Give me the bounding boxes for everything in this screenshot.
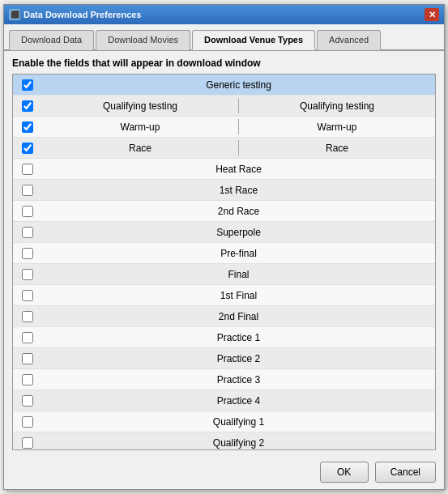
instruction-label: Enable the fields that will appear in do… xyxy=(12,57,436,69)
list-item: RaceRace xyxy=(13,138,435,159)
tab-download-data[interactable]: Download Data xyxy=(9,30,94,50)
row-checkbox-wrap xyxy=(13,79,42,91)
list-item: Qualifying 1 xyxy=(13,411,435,432)
title-bar: ⬛ Data Download Preferences ✕ xyxy=(4,5,444,24)
row-checkbox-wrap xyxy=(13,416,42,428)
list-item: 1st Race xyxy=(13,180,435,201)
row-checkbox-input[interactable] xyxy=(22,395,33,407)
row-checkbox-wrap xyxy=(13,185,42,196)
row-checkbox-wrap xyxy=(13,227,42,238)
row-checkbox-wrap xyxy=(13,437,42,449)
row-checkbox-wrap xyxy=(13,121,42,133)
list-item: 2nd Race xyxy=(13,201,435,222)
button-bar: OK Cancel xyxy=(4,455,444,489)
row-checkbox-wrap xyxy=(13,206,42,217)
row-label: Practice 4 xyxy=(42,395,435,407)
list-item: Superpole xyxy=(13,222,435,243)
list-item: Practice 3 xyxy=(13,369,435,390)
row-label: Qualifying 1 xyxy=(42,416,435,428)
row-label: Practice 3 xyxy=(42,374,435,385)
row-checkbox-input[interactable] xyxy=(22,416,33,428)
row-label: Warm-up xyxy=(42,121,238,133)
list-item: Qualifying testingQualifying testing xyxy=(13,96,435,117)
cancel-button[interactable]: Cancel xyxy=(375,462,436,483)
list-item: Qualifying 2 xyxy=(13,432,435,449)
list-item: Practice 4 xyxy=(13,390,435,411)
list-item: Generic testing xyxy=(13,75,435,96)
row-label: Qualifying 2 xyxy=(42,437,435,449)
row-checkbox-wrap xyxy=(13,374,42,385)
row-label2: Race xyxy=(239,143,435,154)
row-checkbox-wrap xyxy=(13,353,42,364)
row-label: 1st Final xyxy=(42,290,435,301)
row-checkbox-wrap xyxy=(13,311,42,322)
list-item: 1st Final xyxy=(13,285,435,306)
row-label: Pre-final xyxy=(42,248,435,259)
row-checkbox-input[interactable] xyxy=(22,206,33,217)
list-item: Heat Race xyxy=(13,159,435,180)
row-label: Practice 1 xyxy=(42,332,435,343)
row-checkbox-input[interactable] xyxy=(22,100,33,112)
main-window: ⬛ Data Download Preferences ✕ Download D… xyxy=(3,4,445,490)
window-title: Data Download Preferences xyxy=(23,10,142,19)
list-item: Practice 1 xyxy=(13,327,435,348)
content-area: Enable the fields that will appear in do… xyxy=(4,51,444,455)
row-label: Superpole xyxy=(42,227,435,238)
row-checkbox-input[interactable] xyxy=(22,311,33,322)
row-label: 2nd Final xyxy=(42,311,435,322)
row-checkbox-input[interactable] xyxy=(22,437,33,449)
row-checkbox-input[interactable] xyxy=(22,79,33,91)
row-checkbox-input[interactable] xyxy=(22,374,33,385)
row-checkbox-wrap xyxy=(13,290,42,301)
list-item: Pre-final xyxy=(13,243,435,264)
row-checkbox-wrap xyxy=(13,269,42,280)
row-checkbox-input[interactable] xyxy=(22,121,33,133)
row-label: 2nd Race xyxy=(42,206,435,217)
row-label2: Qualifying testing xyxy=(239,100,435,112)
row-label: Qualifying testing xyxy=(42,100,238,112)
ok-button[interactable]: OK xyxy=(320,462,369,483)
row-label: Race xyxy=(42,143,238,154)
row-checkbox-wrap xyxy=(13,332,42,343)
list-item: Warm-upWarm-up xyxy=(13,117,435,138)
title-bar-left: ⬛ Data Download Preferences xyxy=(9,9,142,20)
app-icon: ⬛ xyxy=(9,9,20,20)
row-label: 1st Race xyxy=(42,185,435,196)
tab-advanced[interactable]: Advanced xyxy=(317,30,381,50)
fields-list-scroll[interactable]: Generic testingQualifying testingQualify… xyxy=(13,75,435,449)
row-checkbox-wrap xyxy=(13,248,42,259)
row-label2: Warm-up xyxy=(239,121,435,133)
list-item: Final xyxy=(13,264,435,285)
row-checkbox-input[interactable] xyxy=(22,269,33,280)
row-checkbox-input[interactable] xyxy=(22,185,33,196)
tab-download-venue-types[interactable]: Download Venue Types xyxy=(192,30,315,50)
list-item: 2nd Final xyxy=(13,306,435,327)
row-checkbox-input[interactable] xyxy=(22,143,33,154)
row-checkbox-input[interactable] xyxy=(22,353,33,364)
tab-bar: Download Data Download Movies Download V… xyxy=(4,24,444,51)
row-checkbox-wrap xyxy=(13,100,42,112)
row-checkbox-wrap xyxy=(13,164,42,175)
row-label: Final xyxy=(42,269,435,280)
row-label: Practice 2 xyxy=(42,353,435,364)
row-checkbox-wrap xyxy=(13,395,42,407)
fields-list-container: Generic testingQualifying testingQualify… xyxy=(12,74,436,450)
row-checkbox-input[interactable] xyxy=(22,227,33,238)
row-label: Heat Race xyxy=(42,164,435,175)
tab-download-movies[interactable]: Download Movies xyxy=(96,30,190,50)
row-checkbox-input[interactable] xyxy=(22,248,33,259)
row-checkbox-input[interactable] xyxy=(22,332,33,343)
row-checkbox-input[interactable] xyxy=(22,164,33,175)
row-label: Generic testing xyxy=(42,79,435,91)
row-checkbox-input[interactable] xyxy=(22,290,33,301)
close-button[interactable]: ✕ xyxy=(425,8,439,21)
list-item: Practice 2 xyxy=(13,348,435,369)
row-checkbox-wrap xyxy=(13,143,42,154)
